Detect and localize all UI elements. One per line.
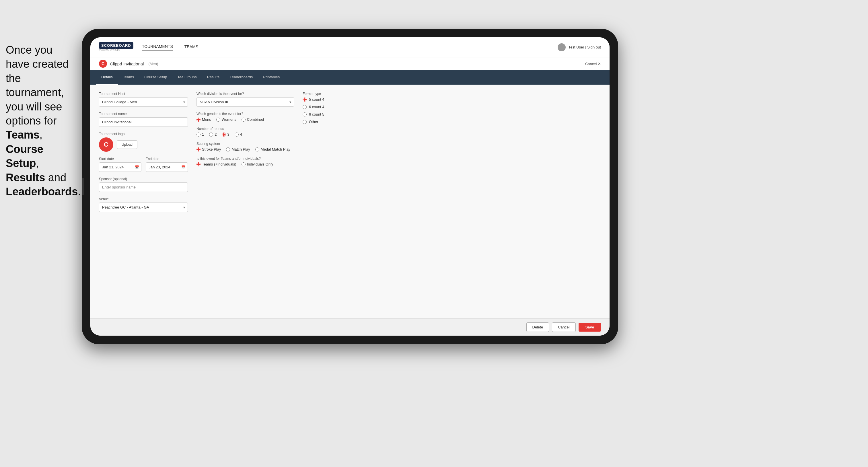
nav-link-teams[interactable]: TEAMS (184, 44, 198, 50)
individuals-only-label: Individuals Only (247, 162, 273, 166)
scoring-medal-option[interactable]: Medal Match Play (255, 147, 290, 152)
format-6count5-option[interactable]: 6 count 5 (303, 112, 366, 117)
delete-button[interactable]: Delete (526, 322, 549, 332)
tab-tee-groups[interactable]: Tee Groups (173, 70, 202, 85)
gender-mens-radio[interactable] (196, 118, 200, 122)
rounds-2-option[interactable]: 2 (209, 132, 217, 136)
logo-preview-icon: C (99, 137, 113, 152)
format-6count4-label: 6 count 4 (309, 105, 324, 109)
cancel-x-button[interactable]: Cancel ✕ (585, 62, 601, 66)
cancel-button[interactable]: Cancel (552, 322, 576, 332)
tournament-logo-label: Tournament logo (99, 132, 188, 136)
left-column: Tournament Host Clippd College - Men Tou… (99, 92, 188, 311)
tournament-host-label: Tournament Host (99, 92, 188, 96)
venue-group: Venue Peachtree GC - Atlanta - GA (99, 197, 188, 212)
scoring-medal-radio[interactable] (255, 148, 259, 152)
teams-individuals-group: Is this event for Teams and/or Individua… (196, 157, 294, 166)
end-date-input[interactable] (146, 162, 188, 172)
division-select[interactable]: NCAA Division III (196, 97, 294, 107)
tab-details[interactable]: Details (96, 70, 118, 85)
individuals-only-option[interactable]: Individuals Only (242, 162, 273, 166)
format-5count4-option[interactable]: 5 count 4 (303, 97, 366, 101)
scoring-match-option[interactable]: Match Play (226, 147, 250, 152)
rounds-2-label: 2 (215, 132, 217, 136)
tournament-name-label: Tournament name (99, 112, 188, 116)
scoring-label: Scoring system (196, 142, 294, 146)
start-date-label: Start date (99, 157, 142, 161)
scoring-radio-group: Stroke Play Match Play Medal Match Play (196, 147, 294, 152)
logo-upload-area: C Upload (99, 137, 188, 152)
tournament-host-select[interactable]: Clippd College - Men (99, 97, 188, 107)
scoring-stroke-radio[interactable] (196, 148, 200, 152)
end-date-wrapper (146, 162, 188, 172)
rounds-4-radio[interactable] (235, 132, 239, 136)
rounds-1-radio[interactable] (196, 132, 200, 136)
instruction-text: Once you have created the tournament, yo… (0, 37, 78, 205)
end-date-field: End date (146, 157, 188, 172)
logo-box: SCOREBOARD Powered by clippd (99, 43, 133, 51)
individuals-only-radio[interactable] (242, 162, 246, 166)
gender-womens-option[interactable]: Womens (216, 117, 236, 122)
format-6count4-option[interactable]: 6 count 4 (303, 105, 366, 109)
format-other-radio[interactable] (303, 120, 307, 124)
teams-plus-individuals-radio[interactable] (196, 162, 200, 166)
tournament-name-input[interactable] (99, 117, 188, 127)
division-label: Which division is the event for? (196, 92, 294, 96)
start-date-input[interactable] (99, 162, 142, 172)
teams-plus-individuals-option[interactable]: Teams (+Individuals) (196, 162, 236, 166)
format-5count4-radio[interactable] (303, 97, 307, 101)
start-date-field: Start date (99, 157, 142, 172)
gender-label: Which gender is the event for? (196, 112, 294, 116)
tablet-frame: SCOREBOARD Powered by clippd TOURNAMENTS… (82, 29, 618, 344)
scoring-stroke-label: Stroke Play (202, 147, 221, 152)
rounds-3-option[interactable]: 3 (222, 132, 229, 136)
bottom-bar: Delete Cancel Save (90, 318, 610, 336)
tab-leaderboards[interactable]: Leaderboards (225, 70, 258, 85)
nav-link-tournaments[interactable]: TOURNAMENTS (142, 44, 173, 51)
teams-individuals-radio-group: Teams (+Individuals) Individuals Only (196, 162, 294, 166)
tournament-host-select-wrapper: Clippd College - Men (99, 97, 188, 107)
save-button[interactable]: Save (579, 323, 601, 332)
tab-course-setup[interactable]: Course Setup (139, 70, 173, 85)
format-5count4-label: 5 count 4 (309, 97, 324, 101)
top-nav: SCOREBOARD Powered by clippd TOURNAMENTS… (90, 37, 610, 57)
format-other-label: Other (309, 120, 318, 124)
tournament-host-group: Tournament Host Clippd College - Men (99, 92, 188, 107)
sponsor-input[interactable] (99, 182, 188, 192)
scoring-stroke-option[interactable]: Stroke Play (196, 147, 221, 152)
gender-combined-option[interactable]: Combined (242, 117, 264, 122)
gender-womens-label: Womens (222, 117, 236, 122)
format-other-option[interactable]: Other (303, 120, 366, 124)
format-6count4-radio[interactable] (303, 105, 307, 109)
sponsor-group: Sponsor (optional) (99, 177, 188, 192)
tab-results[interactable]: Results (202, 70, 225, 85)
rounds-4-option[interactable]: 4 (235, 132, 242, 136)
rounds-1-option[interactable]: 1 (196, 132, 204, 136)
upload-button[interactable]: Upload (117, 140, 137, 149)
breadcrumb-title: Clippd Invitational (110, 61, 144, 66)
scoring-match-radio[interactable] (226, 148, 230, 152)
right-column: Format type 5 count 4 6 count 4 6 count … (303, 92, 366, 311)
start-date-wrapper (99, 162, 142, 172)
teams-plus-individuals-label: Teams (+Individuals) (202, 162, 236, 166)
rounds-group: Number of rounds 1 2 3 (196, 127, 294, 136)
side-handle (82, 178, 84, 195)
gender-womens-radio[interactable] (216, 118, 220, 122)
tab-teams[interactable]: Teams (118, 70, 139, 85)
rounds-2-radio[interactable] (209, 132, 213, 136)
date-row: Start date End date (99, 157, 188, 172)
format-type-group: Format type 5 count 4 6 count 4 6 count … (303, 92, 366, 126)
format-6count5-radio[interactable] (303, 113, 307, 117)
nav-links: TOURNAMENTS TEAMS (142, 44, 198, 51)
user-label[interactable]: Test User | Sign out (568, 45, 601, 49)
venue-select[interactable]: Peachtree GC - Atlanta - GA (99, 203, 188, 212)
tab-printables[interactable]: Printables (258, 70, 285, 85)
gender-mens-option[interactable]: Mens (196, 117, 211, 122)
venue-select-wrapper: Peachtree GC - Atlanta - GA (99, 203, 188, 212)
rounds-3-label: 3 (227, 132, 229, 136)
main-content: Tournament Host Clippd College - Men Tou… (90, 85, 610, 318)
gender-combined-radio[interactable] (242, 118, 246, 122)
division-select-wrapper: NCAA Division III (196, 97, 294, 107)
rounds-3-radio[interactable] (222, 132, 226, 136)
breadcrumb-icon: C (99, 60, 107, 68)
